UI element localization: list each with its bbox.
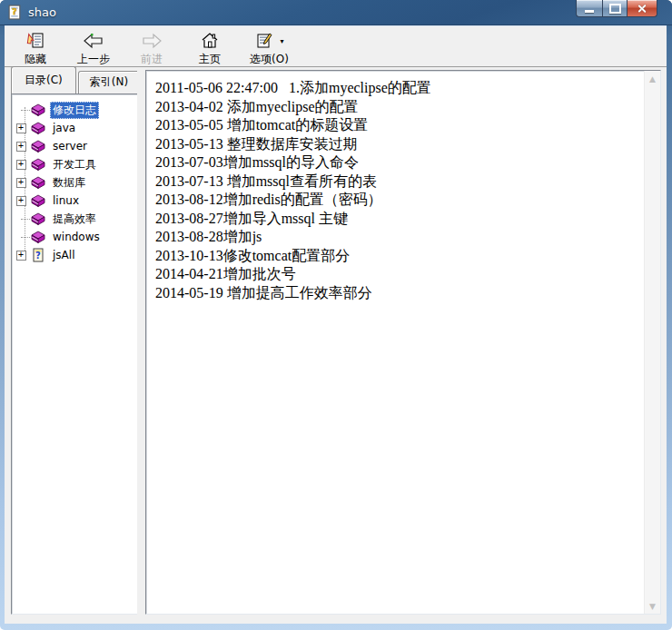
minimize-button[interactable] — [576, 0, 602, 17]
tree-item-label[interactable]: linux — [50, 193, 82, 208]
expand-plus-icon[interactable]: + — [16, 160, 26, 170]
minimize-icon — [585, 10, 594, 13]
expander-cell[interactable]: + — [12, 142, 30, 152]
tree-guide-stub-line — [21, 219, 30, 220]
tree-item-label[interactable]: 开发工具 — [50, 156, 99, 173]
scroll-down-icon[interactable]: ▼ — [645, 598, 660, 614]
tree-item-label[interactable]: jsAll — [50, 248, 77, 262]
tree-item-label[interactable]: windows — [50, 230, 103, 244]
changelog-line: 2013-10-13修改tomcat配置部分 — [155, 247, 641, 266]
home-icon — [200, 31, 220, 51]
book-icon — [30, 103, 46, 117]
app-area: 隐藏 上一步 前进 — [5, 25, 667, 624]
expand-plus-icon[interactable]: + — [16, 123, 26, 133]
changelog-line: 2013-05-05 增加tomcat的标题设置 — [155, 116, 641, 135]
scroll-up-icon[interactable]: ▲ — [645, 71, 660, 86]
changelog-line: 2014-05-19 增加提高工作效率部分 — [155, 284, 641, 303]
expander-cell[interactable]: + — [12, 160, 30, 170]
expander-cell[interactable]: + — [12, 251, 30, 261]
topic-content-pane[interactable]: 2011-05-06 22:47:00 1.添加myeclipse的配置2013… — [145, 70, 661, 615]
dropdown-arrow-icon: ▾ — [280, 37, 283, 45]
home-button[interactable]: 主页 — [184, 29, 235, 69]
titlebar[interactable]: ? shao — [0, 0, 672, 25]
tree-item-label[interactable]: server — [50, 139, 90, 153]
contents-tree: 修改日志+java+server+开发工具+数据库+linux提高效率windo… — [12, 94, 137, 264]
expander-cell[interactable]: + — [12, 178, 30, 188]
maximize-button[interactable] — [602, 0, 628, 17]
changelog-line: 2013-05-13 整理数据库安装过期 — [155, 135, 641, 154]
toolbar: 隐藏 上一步 前进 — [5, 26, 667, 67]
expand-plus-icon[interactable]: + — [16, 196, 26, 206]
home-button-label: 主页 — [199, 52, 221, 67]
forward-button-label: 前进 — [141, 52, 163, 67]
expand-plus-icon[interactable]: + — [16, 142, 26, 152]
nav-tabs: 目录(C) 索引(N) — [11, 71, 142, 94]
tree-item-server[interactable]: +server — [12, 137, 137, 155]
expander-cell[interactable]: + — [12, 123, 30, 133]
expand-plus-icon[interactable]: + — [16, 178, 26, 188]
changelog-line: 2013-08-28增加js — [155, 228, 641, 247]
options-icon: ▾ — [254, 31, 283, 51]
svg-text:?: ? — [12, 6, 17, 16]
tree-item-linux[interactable]: +linux — [12, 192, 137, 210]
changelog-line: 2013-08-27增加导入mssql 主键 — [155, 210, 641, 229]
back-button-label: 上一步 — [77, 52, 110, 67]
changelog-text: 2011-05-06 22:47:00 1.添加myeclipse的配置2013… — [146, 71, 645, 614]
vertical-scrollbar[interactable]: ▲ ▼ — [644, 71, 660, 614]
book-icon — [30, 230, 46, 244]
tree-item-开发工具[interactable]: +开发工具 — [12, 155, 137, 173]
hide-button-label: 隐藏 — [25, 52, 46, 67]
options-button[interactable]: ▾ 选项(O) — [242, 29, 296, 69]
tree-item-数据库[interactable]: +数据库 — [12, 173, 137, 192]
book-icon — [30, 157, 46, 172]
book-icon — [30, 175, 46, 190]
tab-contents[interactable]: 目录(C) — [11, 66, 76, 94]
options-button-label: 选项(O) — [250, 52, 289, 67]
workspace: 目录(C) 索引(N) 修改日志+java+server+开发工具+数据库+li… — [5, 68, 667, 624]
back-arrow-icon — [83, 31, 104, 51]
tree-item-jsAll[interactable]: +?jsAll — [12, 246, 137, 264]
tab-index[interactable]: 索引(N) — [78, 71, 140, 94]
window-title: shao — [28, 5, 56, 19]
tree-guide-stub — [12, 219, 30, 220]
help-viewer-window: ? shao 隐 — [0, 0, 672, 630]
expander-cell[interactable]: + — [12, 196, 30, 206]
caption-buttons — [576, 0, 657, 17]
tree-item-java[interactable]: +java — [12, 119, 137, 137]
changelog-line: 2014-04-21增加批次号 — [155, 265, 641, 284]
book-icon — [30, 121, 46, 135]
tree-item-提高效率[interactable]: 提高效率 — [12, 210, 137, 228]
changelog-line: 2013-07-13 增加mssql查看所有的表 — [155, 172, 641, 192]
forward-button[interactable]: 前进 — [126, 29, 177, 69]
hide-panel-icon — [25, 31, 45, 51]
tree-item-label[interactable]: java — [50, 121, 78, 135]
changelog-line: 2013-07-03增加mssql的导入命令 — [155, 153, 641, 172]
changelog-line: 2013-08-12增加redis的配置（密码） — [155, 191, 641, 210]
tree-item-label[interactable]: 提高效率 — [50, 211, 99, 228]
tree-item-修改日志[interactable]: 修改日志 — [12, 101, 137, 119]
tree-item-windows[interactable]: windows — [12, 228, 137, 246]
tree-item-label[interactable]: 修改日志 — [50, 102, 99, 119]
tree-guide-stub — [12, 237, 30, 238]
pane-splitter[interactable] — [137, 68, 145, 624]
tree-guide-stub — [12, 110, 30, 111]
hide-button[interactable]: 隐藏 — [10, 29, 61, 69]
expand-plus-icon[interactable]: + — [16, 251, 26, 261]
tree-guide-stub-line — [21, 237, 30, 238]
book-icon — [30, 139, 46, 153]
tree-item-label[interactable]: 数据库 — [50, 174, 88, 192]
chm-help-file-icon: ? — [7, 5, 23, 20]
book-icon — [30, 212, 46, 226]
book-icon — [30, 193, 46, 208]
changelog-line: 2013-04-02 添加myeclipse的配置 — [155, 98, 641, 117]
close-button[interactable] — [628, 0, 657, 17]
help-page-icon: ? — [30, 248, 46, 262]
changelog-line: 2011-05-06 22:47:00 1.添加myeclipse的配置 — [155, 79, 641, 98]
back-button[interactable]: 上一步 — [68, 29, 119, 69]
close-icon — [637, 4, 647, 14]
svg-text:?: ? — [35, 251, 41, 261]
tree-guide-stub-line — [21, 110, 30, 111]
maximize-icon — [609, 4, 621, 14]
contents-tree-pane[interactable]: 修改日志+java+server+开发工具+数据库+linux提高效率windo… — [11, 94, 138, 615]
forward-arrow-icon — [141, 31, 163, 51]
